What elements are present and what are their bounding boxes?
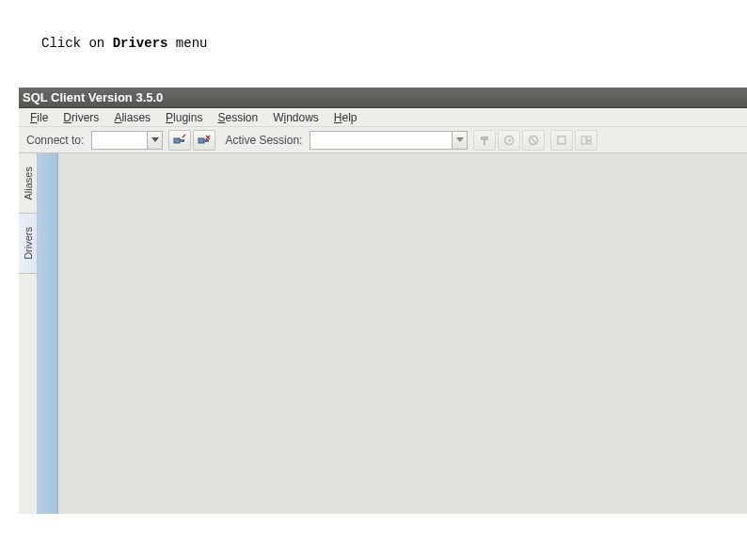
active-session-label: Active Session:: [225, 134, 302, 147]
app-body: Aliases Drivers: [19, 153, 747, 514]
sidebar-tab-drivers[interactable]: Drivers: [19, 214, 37, 274]
svg-rect-14: [587, 141, 591, 144]
menu-drivers[interactable]: Drivers: [56, 109, 106, 126]
window-title: SQL Client Version 3.5.0: [23, 90, 163, 104]
chevron-down-icon: [151, 137, 159, 142]
connect-to-combo[interactable]: [91, 131, 163, 150]
chevron-down-icon: [456, 137, 464, 142]
connect-to-label: Connect to:: [26, 134, 84, 147]
menu-plugins[interactable]: Plugins: [158, 109, 210, 126]
commit-icon: [503, 135, 515, 146]
instruction-text: Click on Drivers menu: [41, 36, 207, 51]
svg-rect-11: [558, 136, 565, 144]
menubar: File Drivers Aliases Plugins Session Win…: [19, 108, 747, 127]
svg-rect-6: [481, 136, 488, 140]
svg-rect-2: [199, 138, 204, 143]
sidebar-tab-label: Aliases: [23, 167, 34, 200]
connect-to-dropdown-button[interactable]: [147, 132, 162, 149]
tile-windows-button[interactable]: [575, 130, 597, 151]
new-sql-worksheet-button[interactable]: [550, 130, 573, 151]
sidebar-tab-label: Drivers: [23, 227, 34, 260]
tile-icon: [580, 135, 592, 146]
active-session-input[interactable]: [310, 132, 452, 149]
sql-run-button[interactable]: [473, 130, 496, 151]
active-session-combo[interactable]: [310, 131, 468, 150]
connect-button[interactable]: [168, 130, 191, 151]
plug-disconnect-icon: [198, 134, 211, 147]
svg-rect-12: [581, 136, 586, 144]
menu-aliases[interactable]: Aliases: [106, 109, 158, 126]
plug-connect-icon: [173, 134, 186, 147]
svg-rect-13: [587, 136, 591, 140]
svg-rect-0: [174, 138, 180, 143]
svg-rect-1: [180, 139, 184, 142]
app-window: SQL Client Version 3.5.0 File Drivers Al…: [19, 88, 747, 514]
menu-file[interactable]: File: [23, 109, 56, 126]
rollback-icon: [528, 135, 539, 146]
menu-windows[interactable]: Windows: [265, 109, 326, 126]
sidebar-gutter[interactable]: [38, 153, 58, 514]
menu-session[interactable]: Session: [210, 109, 265, 126]
svg-rect-7: [484, 140, 485, 145]
toolbar: Connect to:: [19, 127, 747, 153]
commit-button[interactable]: [498, 130, 520, 151]
svg-rect-3: [204, 139, 209, 142]
worksheet-icon: [556, 135, 567, 146]
workspace-area: [58, 153, 747, 514]
disconnect-button[interactable]: [193, 130, 215, 151]
connect-to-input[interactable]: [92, 132, 147, 149]
window-titlebar: SQL Client Version 3.5.0: [19, 88, 747, 108]
sidebar: Aliases Drivers: [19, 153, 38, 514]
hammer-icon: [479, 135, 490, 146]
svg-line-10: [531, 137, 536, 143]
active-session-dropdown-button[interactable]: [452, 132, 467, 149]
menu-help[interactable]: Help: [326, 109, 365, 126]
rollback-button[interactable]: [522, 130, 545, 151]
sidebar-tab-aliases[interactable]: Aliases: [19, 153, 37, 214]
